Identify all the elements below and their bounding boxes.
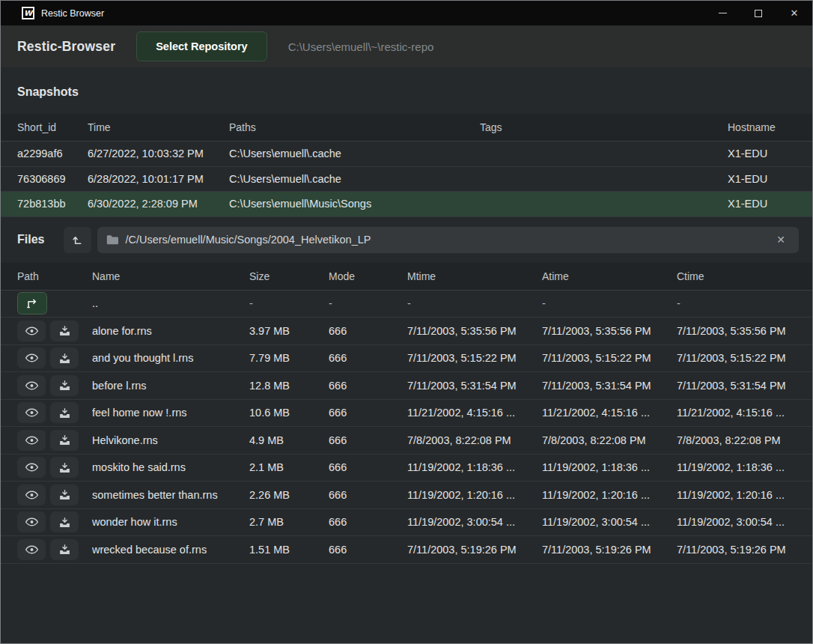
snapshot-short-id: a2299af6 [17, 148, 88, 160]
snapshot-row[interactable]: a2299af6 6/27/2022, 10:03:32 PM C:\Users… [1, 142, 812, 167]
download-file-button[interactable] [50, 375, 79, 396]
snapshot-time: 6/27/2022, 10:03:32 PM [88, 148, 229, 160]
file-name: moskito he said.rns [92, 461, 249, 473]
file-name: before l.rns [92, 380, 249, 392]
maximize-icon [755, 10, 762, 17]
file-atime: 11/21/2002, 4:15:16 ... [542, 407, 677, 419]
file-row[interactable]: sometimes better than.rns 2.26 MB 666 11… [1, 482, 812, 509]
view-file-button[interactable] [17, 375, 46, 396]
download-icon [58, 434, 71, 446]
eye-icon [25, 461, 39, 473]
file-size: 2.7 MB [249, 516, 329, 528]
eye-icon [25, 380, 39, 392]
file-row[interactable]: moskito he said.rns 2.1 MB 666 11/19/200… [1, 455, 812, 482]
file-mode: 666 [329, 544, 407, 556]
file-size: 1.51 MB [249, 544, 329, 556]
file-ctime: 7/11/2003, 5:19:26 PM [677, 544, 796, 556]
snapshots-heading: Snapshots [1, 67, 812, 114]
download-file-button[interactable] [50, 484, 79, 505]
level-up-button[interactable] [64, 227, 91, 253]
col-ctime: Ctime [677, 270, 796, 282]
download-file-button[interactable] [50, 321, 79, 341]
parent-directory-row[interactable]: .. - - - - - [1, 291, 812, 318]
snapshot-row[interactable]: 76306869 6/28/2022, 10:01:17 PM C:\Users… [1, 167, 812, 192]
view-file-button[interactable] [17, 539, 46, 560]
file-mtime: 11/19/2002, 1:20:16 ... [407, 489, 542, 501]
download-file-button[interactable] [50, 539, 79, 560]
clear-path-button[interactable]: ✕ [772, 231, 790, 249]
file-mtime: 7/11/2003, 5:15:22 PM [407, 352, 542, 364]
view-file-button[interactable] [17, 321, 46, 341]
download-icon [58, 488, 71, 501]
view-file-button[interactable] [17, 457, 46, 478]
file-row[interactable]: feel home now !.rns 10.6 MB 666 11/21/20… [1, 400, 812, 428]
file-size: 12.8 MB [249, 380, 329, 392]
file-mtime: 11/19/2002, 1:18:36 ... [407, 461, 542, 473]
select-repository-button[interactable]: Select Repository [136, 31, 267, 61]
file-ctime: 11/21/2002, 4:15:16 ... [677, 407, 796, 419]
file-atime: 11/19/2002, 1:18:36 ... [542, 461, 677, 473]
file-row[interactable]: alone for.rns 3.97 MB 666 7/11/2003, 5:3… [1, 318, 812, 345]
file-ctime: 7/8/2003, 8:22:08 PM [677, 434, 796, 446]
download-icon [58, 379, 71, 392]
file-mtime: 7/8/2003, 8:22:08 PM [407, 434, 542, 446]
file-atime: 7/11/2003, 5:15:22 PM [542, 352, 677, 364]
repository-path: C:\Users\emuell\~\restic-repo [288, 40, 434, 53]
snapshot-time: 6/30/2022, 2:28:09 PM [88, 198, 229, 210]
file-mode: 666 [329, 325, 407, 337]
file-atime: 7/11/2003, 5:19:26 PM [542, 544, 677, 556]
file-row[interactable]: wonder how it.rns 2.7 MB 666 11/19/2002,… [1, 509, 812, 537]
snapshot-hostname: X1-EDU [728, 173, 796, 185]
minimize-button[interactable] [704, 1, 740, 25]
view-file-button[interactable] [17, 484, 46, 505]
minimize-icon [719, 13, 727, 13]
snapshot-paths: C:\Users\emuell\.cache [229, 173, 480, 185]
eye-icon [25, 352, 39, 364]
file-atime: 7/8/2003, 8:22:08 PM [542, 434, 677, 446]
folder-icon [106, 234, 118, 245]
file-ctime: 7/11/2003, 5:31:54 PM [677, 380, 796, 392]
file-name: .. [92, 297, 249, 309]
file-mode: 666 [329, 352, 407, 364]
col-mode: Mode [329, 270, 407, 282]
file-row[interactable]: Helvikone.rns 4.9 MB 666 7/8/2003, 8:22:… [1, 427, 812, 455]
file-name: feel home now !.rns [92, 407, 249, 419]
file-row[interactable]: and you thought l.rns 7.79 MB 666 7/11/2… [1, 345, 812, 373]
file-row[interactable]: wrecked because of.rns 1.51 MB 666 7/11/… [1, 536, 812, 564]
download-icon [58, 516, 71, 529]
download-file-button[interactable] [50, 511, 79, 532]
file-size: 7.79 MB [249, 352, 329, 364]
file-size: 2.1 MB [249, 461, 329, 473]
view-file-button[interactable] [17, 402, 46, 423]
view-file-button[interactable] [17, 511, 46, 532]
file-size: 4.9 MB [249, 434, 329, 446]
download-file-button[interactable] [50, 402, 79, 423]
file-mode: 666 [329, 516, 407, 528]
file-size: 10.6 MB [249, 407, 329, 419]
download-icon [58, 352, 71, 365]
window-title: Restic Browser [41, 8, 104, 19]
download-file-button[interactable] [50, 457, 79, 478]
close-button[interactable]: ✕ [776, 1, 812, 25]
file-row[interactable]: before l.rns 12.8 MB 666 7/11/2003, 5:31… [1, 372, 812, 400]
snapshot-row-selected[interactable]: 72b813bb 6/30/2022, 2:28:09 PM C:\Users\… [1, 192, 812, 217]
download-icon [58, 407, 71, 419]
app-header: Restic-Browser Select Repository C:\User… [1, 25, 812, 67]
file-name: and you thought l.rns [92, 352, 249, 364]
clear-x-icon: ✕ [776, 234, 785, 246]
file-ctime: 11/19/2002, 1:18:36 ... [677, 461, 796, 473]
snapshot-short-id: 76306869 [17, 173, 88, 185]
view-file-button[interactable] [17, 430, 46, 451]
current-path-bar[interactable]: /C/Users/emuell/Music/Songs/2004_Helveti… [97, 227, 799, 253]
eye-icon [25, 489, 39, 501]
go-parent-directory-button[interactable] [17, 292, 47, 315]
snapshot-hostname: X1-EDU [728, 148, 796, 160]
col-short-id: Short_id [17, 121, 88, 133]
file-name: sometimes better than.rns [92, 489, 249, 501]
view-file-button[interactable] [17, 347, 46, 368]
maximize-button[interactable] [740, 1, 776, 25]
download-file-button[interactable] [50, 430, 79, 451]
eye-icon [25, 325, 39, 337]
download-file-button[interactable] [50, 347, 79, 368]
col-hostname: Hostname [728, 121, 796, 133]
